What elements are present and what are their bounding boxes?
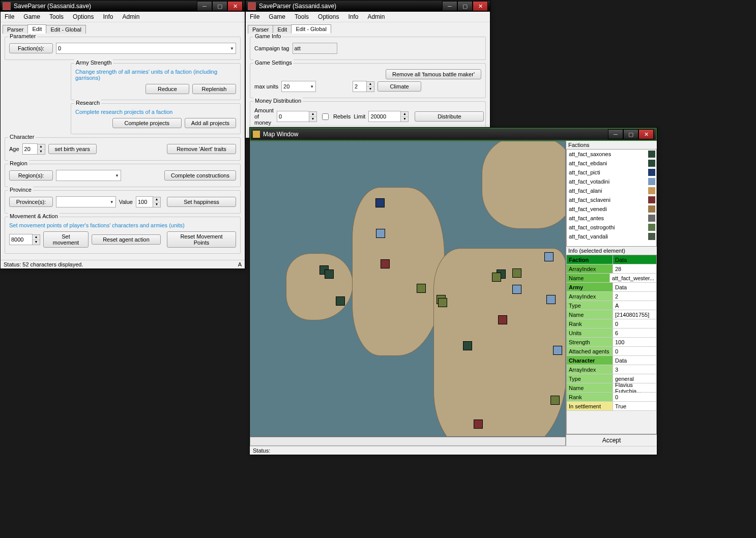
menu-options[interactable]: Options	[318, 13, 339, 20]
maximize-button[interactable]: ▢	[457, 1, 473, 11]
titlebar[interactable]: Map Window ─ ▢ ✕	[250, 128, 657, 141]
complete-projects-button[interactable]: Complete projects	[112, 118, 182, 128]
region-combo[interactable]: ▼	[56, 170, 121, 181]
map-unit[interactable]	[492, 273, 501, 282]
map-canvas[interactable]	[250, 141, 566, 437]
replenish-button[interactable]: Replenish	[192, 84, 236, 94]
info-row[interactable]: Strength100	[567, 338, 656, 347]
region-button[interactable]: Region(s):	[9, 170, 53, 181]
info-row[interactable]: ArrayIndex28	[567, 264, 656, 274]
remove-alert-button[interactable]: Remove 'Alert' traits	[167, 144, 236, 154]
info-row[interactable]: Rank0	[567, 393, 656, 402]
tab-edit-global[interactable]: Edit - Global	[291, 24, 331, 34]
complete-constructions-button[interactable]: Complete constructions	[164, 170, 236, 181]
map-unit[interactable]	[381, 259, 390, 268]
info-grid[interactable]: FactionDataArrayIndex28Nameatt_fact_west…	[566, 255, 657, 434]
map-unit[interactable]	[417, 284, 426, 293]
titlebar[interactable]: SaveParser (Sassanid.save) ─ ▢ ✕	[1, 1, 245, 12]
distribute-button[interactable]: Distribute	[415, 111, 484, 122]
faction-row[interactable]: att_fact_picti	[567, 168, 656, 177]
faction-row[interactable]: att_fact_antes	[567, 214, 656, 223]
faction-row[interactable]: att_fact_vandali	[567, 232, 656, 241]
info-row[interactable]: In settlementTrue	[567, 402, 656, 411]
menu-tools[interactable]: Tools	[49, 13, 64, 20]
map-unit[interactable]	[325, 270, 334, 279]
close-button[interactable]: ✕	[227, 1, 243, 11]
accept-button[interactable]: Accept	[566, 434, 657, 446]
movement-spinner[interactable]: ▲▼	[9, 234, 40, 245]
minimize-button[interactable]: ─	[197, 1, 212, 11]
set-birth-button[interactable]: set birth years	[48, 144, 97, 154]
province-combo[interactable]: ▼	[56, 196, 116, 207]
info-row[interactable]: ArmyData	[567, 283, 656, 292]
province-button[interactable]: Province(s):	[9, 197, 53, 207]
faction-row[interactable]: att_fact_saxones	[567, 150, 656, 159]
value-spinner[interactable]: ▲▼	[136, 196, 161, 207]
info-row[interactable]: Units6	[567, 328, 656, 338]
campaign-tag-input[interactable]	[293, 43, 337, 54]
tab-parser[interactable]: Parser	[3, 25, 28, 34]
faction-row[interactable]: att_fact_venedi	[567, 204, 656, 214]
map-unit[interactable]	[512, 285, 521, 294]
tab-edit[interactable]: Edit	[273, 25, 292, 34]
climate-button[interactable]: Climate	[377, 81, 421, 92]
map-unit[interactable]	[376, 229, 385, 238]
map-unit[interactable]	[463, 341, 472, 350]
menu-info[interactable]: Info	[103, 13, 113, 20]
minimize-button[interactable]: ─	[608, 129, 623, 139]
faction-button[interactable]: Faction(s):	[9, 43, 53, 53]
tab-parser[interactable]: Parser	[248, 25, 273, 34]
map-unit[interactable]	[438, 298, 447, 307]
info-row[interactable]: Name[2140801755]	[567, 310, 656, 319]
faction-row[interactable]: att_fact_ostrogothi	[567, 223, 656, 232]
menu-admin[interactable]: Admin	[367, 13, 385, 20]
faction-combo[interactable]: 0▼	[56, 43, 236, 54]
map-unit[interactable]	[546, 295, 556, 304]
map-unit[interactable]	[336, 296, 345, 306]
faction-list[interactable]: att_fact_saxonesatt_fact_ebdaniatt_fact_…	[566, 149, 657, 247]
menu-tools[interactable]: Tools	[295, 13, 309, 20]
remove-famous-button[interactable]: Remove all 'famous battle maker'	[386, 69, 481, 79]
reset-points-button[interactable]: Reset Movement Points	[167, 231, 236, 248]
info-row[interactable]: Rank0	[567, 319, 656, 328]
map-unit[interactable]	[512, 268, 521, 278]
info-row[interactable]: TypeA	[567, 301, 656, 310]
add-projects-button[interactable]: Add all projects	[185, 118, 236, 128]
reduce-button[interactable]: Reduce	[146, 84, 189, 94]
tab-edit-global[interactable]: Edit - Global	[46, 25, 86, 34]
limit-spinner[interactable]: ▲▼	[368, 111, 409, 122]
tab-edit[interactable]: Edit	[27, 24, 46, 34]
map-unit[interactable]	[544, 252, 554, 261]
info-row[interactable]: ArrayIndex2	[567, 292, 656, 301]
menu-file[interactable]: File	[5, 13, 14, 20]
set-happiness-button[interactable]: Set happiness	[167, 197, 236, 207]
menu-admin[interactable]: Admin	[122, 13, 139, 20]
info-row[interactable]: CharacterData	[567, 356, 656, 365]
close-button[interactable]: ✕	[473, 1, 488, 11]
menu-game[interactable]: Game	[23, 13, 40, 20]
maxunits-combo[interactable]: 20▼	[281, 81, 316, 92]
info-row[interactable]: ArrayIndex3	[567, 365, 656, 374]
map-unit[interactable]	[474, 420, 483, 429]
menu-file[interactable]: File	[250, 13, 259, 20]
close-button[interactable]: ✕	[638, 129, 654, 139]
menu-info[interactable]: Info	[348, 13, 358, 20]
map-unit[interactable]	[550, 396, 560, 405]
minimize-button[interactable]: ─	[442, 1, 457, 11]
faction-row[interactable]: att_fact_ebdani	[567, 159, 656, 168]
maximize-button[interactable]: ▢	[212, 1, 227, 11]
set-movement-button[interactable]: Set movement	[43, 231, 89, 248]
info-row[interactable]: FactionData	[567, 255, 656, 264]
titlebar[interactable]: SaveParser (Sassanid.save) ─ ▢ ✕	[246, 1, 490, 12]
menu-game[interactable]: Game	[269, 13, 285, 20]
faction-row[interactable]: att_fact_sclaveni	[567, 195, 656, 204]
maximize-button[interactable]: ▢	[623, 129, 638, 139]
map-unit[interactable]	[498, 315, 507, 324]
h-scrollbar[interactable]	[250, 437, 566, 446]
amount-spinner[interactable]: ▲▼	[277, 111, 317, 122]
map-unit[interactable]	[553, 346, 562, 355]
info-row[interactable]: Nameatt_fact_wester...	[567, 274, 656, 283]
reset-agent-button[interactable]: Reset agent action	[92, 234, 161, 245]
climate-spinner[interactable]: ▲▼	[353, 81, 374, 92]
info-row[interactable]: Attached agents0	[567, 347, 656, 356]
